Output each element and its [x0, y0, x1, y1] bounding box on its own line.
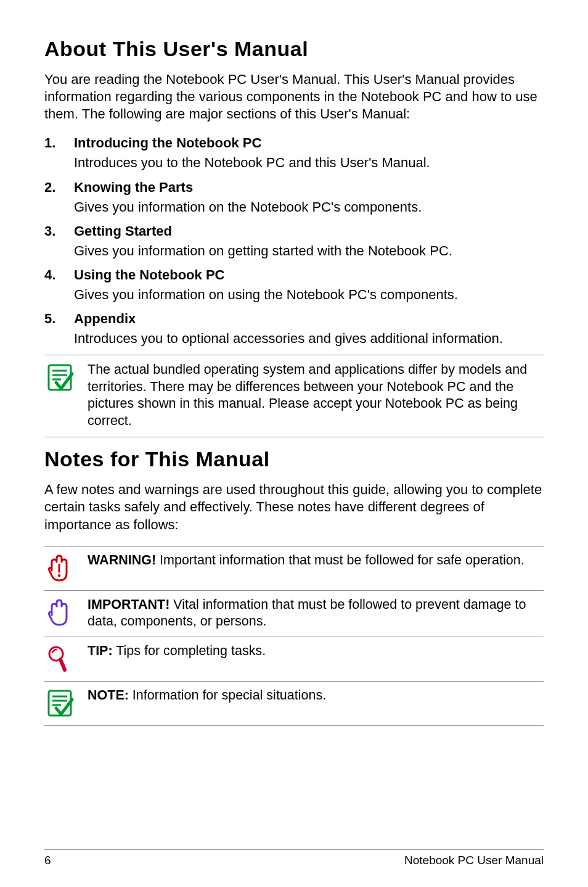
- toc-item-desc: Gives you information on getting started…: [74, 242, 544, 260]
- note-label: WARNING!: [88, 553, 156, 567]
- toc-item-desc: Introduces you to optional accessories a…: [74, 330, 544, 347]
- note-text: TIP: Tips for completing tasks.: [88, 643, 544, 660]
- toc-item: Knowing the Parts Gives you information …: [44, 179, 544, 216]
- svg-point-5: [58, 574, 60, 577]
- section-title-about: About This User's Manual: [44, 37, 544, 61]
- important-hand-icon: [44, 598, 75, 629]
- toc-item-title: Knowing the Parts: [74, 179, 544, 196]
- svg-line-7: [60, 659, 65, 670]
- note-page-check-icon: [44, 688, 75, 719]
- note-box-important: IMPORTANT! Vital information that must b…: [44, 591, 544, 637]
- note-box-note: NOTE: Information for special situations…: [44, 682, 544, 726]
- note-text: WARNING! Important information that must…: [88, 552, 544, 569]
- toc-item: Getting Started Gives you information on…: [44, 223, 544, 260]
- note-body: Tips for completing tasks.: [113, 643, 266, 658]
- toc-item-desc: Gives you information on using the Noteb…: [74, 286, 544, 303]
- toc-item-desc: Gives you information on the Notebook PC…: [74, 199, 544, 216]
- page-number: 6: [44, 854, 51, 867]
- toc-item-title: Getting Started: [74, 223, 544, 239]
- note-body: Important information that must be follo…: [156, 553, 525, 567]
- note-box-tip: TIP: Tips for completing tasks.: [44, 637, 544, 682]
- toc-list: Introducing the Notebook PC Introduces y…: [44, 135, 544, 347]
- note-label: IMPORTANT!: [88, 597, 169, 612]
- toc-item: Appendix Introduces you to optional acce…: [44, 311, 544, 347]
- note-page-check-icon: [44, 363, 75, 394]
- note-label: NOTE:: [88, 688, 129, 703]
- about-intro-paragraph: You are reading the Notebook PC User's M…: [44, 71, 544, 123]
- footer-title: Notebook PC User Manual: [404, 854, 544, 867]
- toc-item-title: Introducing the Notebook PC: [74, 135, 544, 151]
- toc-item-title: Using the Notebook PC: [74, 267, 544, 283]
- section-title-notes: Notes for This Manual: [44, 447, 544, 471]
- note-text: IMPORTANT! Vital information that must b…: [88, 596, 544, 630]
- note-box-os-differ: The actual bundled operating system and …: [44, 355, 544, 437]
- note-body: Information for special situations.: [129, 688, 326, 703]
- note-text: The actual bundled operating system and …: [88, 361, 544, 429]
- note-box-warning: WARNING! Important information that must…: [44, 546, 544, 591]
- page-footer: 6 Notebook PC User Manual: [44, 849, 544, 867]
- notes-intro-paragraph: A few notes and warnings are used throug…: [44, 481, 544, 533]
- note-text: NOTE: Information for special situations…: [88, 687, 544, 704]
- toc-item-desc: Introduces you to the Notebook PC and th…: [74, 154, 544, 171]
- tip-magnify-icon: [44, 644, 75, 675]
- note-label: TIP:: [88, 643, 113, 658]
- toc-item: Using the Notebook PC Gives you informat…: [44, 267, 544, 303]
- toc-item: Introducing the Notebook PC Introduces y…: [44, 135, 544, 171]
- toc-item-title: Appendix: [74, 311, 544, 327]
- warning-hand-icon: [44, 553, 75, 584]
